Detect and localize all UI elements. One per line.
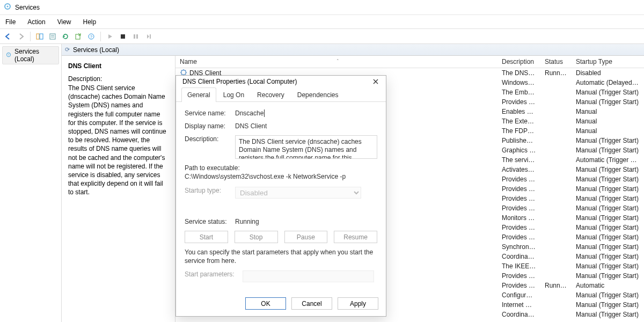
service-startup-cell: Manual (Trigger Start)	[572, 290, 644, 300]
help-button[interactable]: ?	[85, 31, 97, 42]
path-label: Path to executable:	[185, 164, 377, 172]
column-status[interactable]: Status	[540, 56, 572, 68]
service-description-cell: Provides a m...	[497, 203, 540, 213]
tab-recovery[interactable]: Recovery	[251, 87, 290, 102]
service-status-cell	[540, 271, 572, 281]
service-startup-cell: Manual (Trigger Start)	[572, 136, 644, 145]
start-parameters-hint: You can specify the start parameters tha…	[185, 248, 377, 265]
column-description[interactable]: Description	[497, 56, 540, 68]
path-value: C:\Windows\system32\svchost.exe -k Netwo…	[185, 173, 377, 180]
selected-service-description: The DNS Client service (dnscache) caches…	[68, 84, 169, 196]
service-description-cell: Activates an...	[497, 165, 540, 174]
service-status-cell	[540, 290, 572, 300]
service-status-cell	[540, 126, 572, 136]
service-startup-cell: Manual	[572, 116, 644, 126]
service-status-cell	[540, 194, 572, 203]
content-header: ⟳ Services (Local)	[62, 44, 644, 56]
ok-button[interactable]: OK	[245, 297, 286, 310]
dialog-description-box[interactable]: The DNS Client service (dnscache) caches…	[235, 135, 377, 159]
service-startup-cell: Automatic (Delayed St	[572, 78, 644, 87]
restart-service-button[interactable]	[143, 31, 155, 42]
menu-action[interactable]: Action	[25, 17, 47, 27]
svg-point-1	[7, 6, 9, 8]
service-status-value: Running	[235, 218, 377, 225]
svg-rect-4	[50, 34, 55, 39]
service-status-cell	[540, 252, 572, 261]
service-status-cell	[540, 232, 572, 242]
tab-dependencies[interactable]: Dependencies	[291, 87, 345, 102]
service-description-cell: Provides an i...	[497, 174, 540, 184]
service-status-cell	[540, 261, 572, 271]
window-title: Services	[15, 4, 40, 11]
start-button[interactable]: Start	[185, 231, 228, 243]
dialog-titlebar: DNS Client Properties (Local Computer)	[176, 76, 386, 87]
service-status-cell	[540, 136, 572, 145]
sort-indicator-icon: ˄	[336, 58, 339, 64]
service-startup-cell: Manual (Trigger Start)	[572, 145, 644, 155]
service-description-cell: The Embedd...	[497, 87, 540, 97]
stop-service-button[interactable]	[117, 31, 129, 42]
selected-service-name: DNS Client	[68, 62, 169, 70]
svg-rect-7	[76, 34, 80, 39]
svg-rect-3	[40, 34, 43, 39]
tree-pane: Services (Local)	[0, 44, 62, 322]
service-description-cell: The DNS Cli...	[497, 68, 540, 78]
tree-item-services-local[interactable]: Services (Local)	[2, 46, 59, 64]
cancel-button[interactable]: Cancel	[291, 297, 332, 310]
service-startup-cell: Automatic	[572, 281, 644, 290]
properties-button[interactable]	[47, 31, 58, 42]
column-name[interactable]: Name	[180, 58, 197, 65]
tab-general[interactable]: General	[181, 87, 216, 102]
column-startup-type[interactable]: Startup Type	[572, 56, 644, 68]
service-description-cell: Configures a...	[497, 290, 540, 300]
service-startup-cell: Manual (Trigger Start)	[572, 223, 644, 232]
service-startup-cell: Automatic (Trigger Sta	[572, 155, 644, 165]
start-parameters-input	[243, 270, 374, 282]
service-startup-cell: Manual (Trigger Start)	[572, 174, 644, 184]
dialog-description-label: Description:	[185, 135, 235, 143]
service-status-cell	[540, 97, 572, 107]
pause-button[interactable]: Pause	[284, 231, 328, 243]
service-startup-cell: Manual (Trigger Start)	[572, 310, 644, 319]
service-description-cell: Provides net...	[497, 271, 540, 281]
service-startup-cell: Manual (Trigger Start)	[572, 87, 644, 97]
stop-button[interactable]: Stop	[235, 231, 278, 243]
export-button[interactable]	[72, 31, 84, 42]
svg-text:?: ?	[90, 34, 93, 39]
svg-point-16	[181, 70, 186, 75]
menu-file[interactable]: File	[3, 17, 18, 27]
service-status-label: Service status:	[185, 218, 235, 225]
service-startup-cell: Disabled	[572, 68, 644, 78]
resume-button[interactable]: Resume	[334, 231, 377, 243]
content-title: Services (Local)	[73, 46, 119, 54]
tree-item-label: Services (Local)	[14, 48, 56, 63]
forward-button[interactable]	[15, 31, 27, 42]
service-status-cell: Running	[540, 281, 572, 290]
refresh-icon[interactable]: ⟳	[65, 46, 70, 53]
display-name-label: Display name:	[185, 122, 235, 130]
refresh-button[interactable]	[60, 31, 71, 42]
back-button[interactable]	[2, 31, 14, 42]
dialog-title: DNS Client Properties (Local Computer)	[182, 78, 297, 85]
service-description-cell: Monitors th...	[497, 213, 540, 223]
dialog-close-button[interactable]	[369, 76, 383, 87]
detail-pane: DNS Client Description: The DNS Client s…	[62, 56, 175, 322]
dialog-body: Service name: Dnscache Display name: DNS…	[176, 102, 386, 293]
menu-view[interactable]: View	[55, 17, 74, 27]
menu-help[interactable]: Help	[81, 17, 99, 27]
service-status-cell	[540, 213, 572, 223]
service-startup-cell: Manual (Trigger Start)	[572, 194, 644, 203]
pause-service-button[interactable]	[130, 31, 142, 42]
service-startup-cell: Manual (Trigger Start)	[572, 300, 644, 310]
service-description-cell: Coordinates ...	[497, 252, 540, 261]
start-service-button[interactable]	[104, 31, 116, 42]
properties-dialog: DNS Client Properties (Local Computer) G…	[175, 75, 386, 317]
toolbar: ?	[0, 29, 644, 44]
show-hide-tree-button[interactable]	[34, 31, 46, 42]
display-name-value: DNS Client	[235, 122, 377, 130]
service-startup-cell: Manual (Trigger Start)	[572, 261, 644, 271]
svg-rect-13	[150, 34, 151, 39]
tab-log-on[interactable]: Log On	[217, 87, 250, 102]
apply-button[interactable]: Apply	[338, 297, 378, 310]
service-startup-cell: Manual (Trigger Start)	[572, 213, 644, 223]
